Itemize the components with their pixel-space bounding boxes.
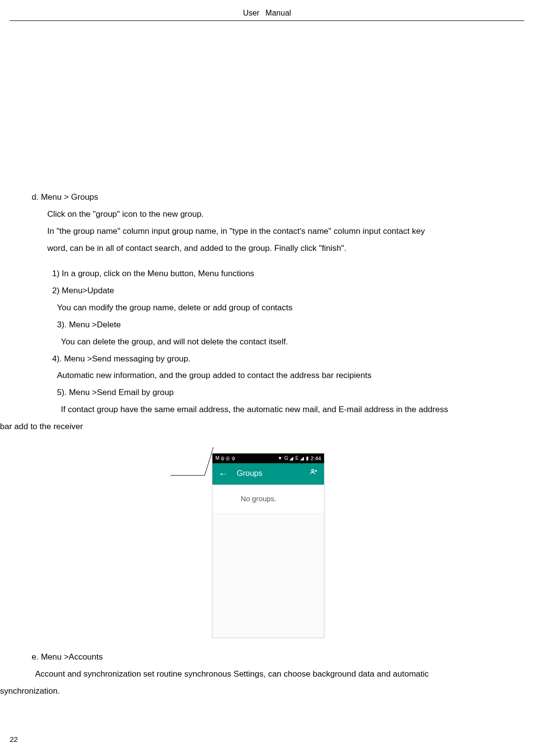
list-item-2-desc: You can modify the group name, delete or… [32,300,524,317]
back-icon[interactable]: ← [218,464,228,484]
section-e-line1: Account and synchronization set routine … [19,666,524,683]
list-item-5: 5). Menu >Send Email by group [32,384,524,401]
add-group-icon[interactable] [309,465,318,483]
list-item-3: 3). Menu >Delete [32,317,524,334]
phone-body: No groups. [212,485,324,638]
statusbar-left: M ψ ◎ ψ [215,454,235,464]
app-bar: ← Groups [212,463,324,485]
status-time: 2:44 [311,453,321,464]
usb-icon-2: ψ [231,454,235,464]
signal-icon-1: G ◢ [285,454,294,464]
page-header: User Manual [10,0,524,21]
wifi-icon: ▼ [278,454,283,464]
section-d-heading: d. Menu > Groups [32,189,524,206]
phone-screenshot: M ψ ◎ ψ ▼ G ◢ E ◢ ▮ 2:44 ← Groups [212,453,324,638]
section-e-line2: synchronization. [0,683,524,700]
status-bar: M ψ ◎ ψ ▼ G ◢ E ◢ ▮ 2:44 [212,454,324,463]
screenshot-container: M ψ ◎ ψ ▼ G ◢ E ◢ ▮ 2:44 ← Groups [32,444,524,639]
line-input-2: word, can be in all of contact search, a… [32,240,524,257]
section-e: e. Menu >Accounts Account and synchroniz… [32,644,524,700]
no-groups-text: No groups. [212,485,324,514]
list-item-4: 4). Menu >Send messaging by group. [32,351,524,368]
signal-icon-2: E ◢ [295,454,304,464]
battery-icon: ▮ [306,454,309,464]
list-item-5-desc: If contact group have the same email add… [32,401,524,418]
list-item-4-desc: Automatic new information, and the group… [32,367,524,384]
usb-icon: ψ [221,454,224,464]
callout-line [171,446,214,484]
line-input-1: In "the group name" column input group n… [32,223,524,240]
page-content: d. Menu > Groups Click on the "group" ic… [10,21,524,699]
svg-point-2 [312,470,314,472]
statusbar-right: ▼ G ◢ E ◢ ▮ 2:44 [278,453,321,464]
status-icon-3: ◎ [226,454,230,464]
header-title: User Manual [243,9,291,17]
page-number: 22 [10,735,18,743]
list-item-3-desc: You can delete the group, and will not d… [32,334,524,351]
section-d: d. Menu > Groups Click on the "group" ic… [32,189,524,435]
line-click-group: Click on the "group" icon to the new gro… [32,206,524,223]
status-icon-1: M [215,454,219,464]
list-item-1: 1) In a group, click on the Menu button,… [32,265,524,283]
section-e-heading: e. Menu >Accounts [32,649,524,666]
appbar-title: Groups [237,466,309,482]
list-item-2: 2) Menu>Update [32,283,524,300]
list-item-5-desc2: bar add to the receiver [0,418,524,435]
